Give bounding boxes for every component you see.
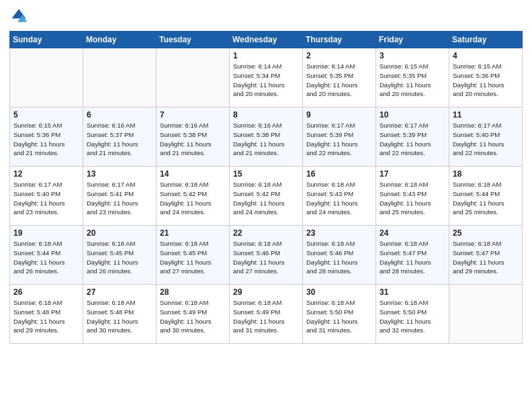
day-info: Sunrise: 6:14 AMSunset: 5:34 PMDaylight:…	[233, 62, 300, 99]
day-info: Sunrise: 6:14 AMSunset: 5:35 PMDaylight:…	[306, 62, 373, 99]
table-row: 18Sunrise: 6:18 AMSunset: 5:44 PMDayligh…	[449, 167, 523, 226]
day-number: 11	[453, 110, 519, 120]
day-number: 17	[380, 169, 446, 179]
day-number: 29	[233, 287, 300, 297]
day-number: 22	[233, 228, 300, 238]
day-info: Sunrise: 6:17 AMSunset: 5:40 PMDaylight:…	[453, 121, 519, 158]
table-row: 24Sunrise: 6:18 AMSunset: 5:47 PMDayligh…	[376, 226, 449, 285]
table-row: 4Sunrise: 6:15 AMSunset: 5:36 PMDaylight…	[449, 48, 523, 107]
day-info: Sunrise: 6:18 AMSunset: 5:46 PMDaylight:…	[306, 239, 373, 276]
day-info: Sunrise: 6:18 AMSunset: 5:48 PMDaylight:…	[13, 298, 80, 335]
table-row: 6Sunrise: 6:16 AMSunset: 5:37 PMDaylight…	[83, 107, 157, 167]
day-info: Sunrise: 6:17 AMSunset: 5:40 PMDaylight:…	[13, 180, 80, 217]
table-row: 9Sunrise: 6:17 AMSunset: 5:39 PMDaylight…	[303, 107, 376, 167]
day-number: 27	[87, 287, 153, 297]
day-info: Sunrise: 6:18 AMSunset: 5:42 PMDaylight:…	[233, 180, 300, 217]
day-number: 12	[13, 169, 80, 179]
header	[9, 7, 523, 26]
table-row: 14Sunrise: 6:18 AMSunset: 5:42 PMDayligh…	[157, 167, 230, 226]
table-row: 31Sunrise: 6:18 AMSunset: 5:50 PMDayligh…	[376, 285, 449, 344]
table-row: 16Sunrise: 6:18 AMSunset: 5:43 PMDayligh…	[303, 167, 376, 226]
day-number: 3	[380, 51, 446, 60]
day-info: Sunrise: 6:18 AMSunset: 5:50 PMDaylight:…	[380, 298, 446, 335]
calendar-body: 1Sunrise: 6:14 AMSunset: 5:34 PMDaylight…	[10, 48, 523, 344]
table-row: 1Sunrise: 6:14 AMSunset: 5:34 PMDaylight…	[230, 48, 303, 107]
table-row: 30Sunrise: 6:18 AMSunset: 5:50 PMDayligh…	[303, 285, 376, 344]
calendar-week-row: 1Sunrise: 6:14 AMSunset: 5:34 PMDaylight…	[10, 48, 523, 107]
day-info: Sunrise: 6:18 AMSunset: 5:43 PMDaylight:…	[380, 180, 446, 217]
table-row	[10, 48, 83, 107]
table-row: 21Sunrise: 6:18 AMSunset: 5:45 PMDayligh…	[157, 226, 230, 285]
day-info: Sunrise: 6:18 AMSunset: 5:48 PMDaylight:…	[87, 298, 153, 335]
table-row: 27Sunrise: 6:18 AMSunset: 5:48 PMDayligh…	[83, 285, 157, 344]
day-info: Sunrise: 6:16 AMSunset: 5:38 PMDaylight:…	[233, 121, 300, 158]
table-row: 12Sunrise: 6:17 AMSunset: 5:40 PMDayligh…	[10, 167, 83, 226]
day-number: 26	[13, 287, 80, 297]
table-row: 29Sunrise: 6:18 AMSunset: 5:49 PMDayligh…	[230, 285, 303, 344]
table-row	[449, 285, 523, 344]
day-info: Sunrise: 6:18 AMSunset: 5:43 PMDaylight:…	[306, 180, 373, 217]
table-row	[83, 48, 157, 107]
day-info: Sunrise: 6:18 AMSunset: 5:44 PMDaylight:…	[453, 180, 519, 217]
weekday-header: Monday	[83, 32, 157, 48]
day-info: Sunrise: 6:18 AMSunset: 5:45 PMDaylight:…	[87, 239, 153, 276]
table-row: 8Sunrise: 6:16 AMSunset: 5:38 PMDaylight…	[230, 107, 303, 167]
weekday-row: SundayMondayTuesdayWednesdayThursdayFrid…	[10, 32, 523, 48]
weekday-header: Wednesday	[230, 32, 303, 48]
day-number: 5	[13, 110, 80, 120]
day-info: Sunrise: 6:18 AMSunset: 5:44 PMDaylight:…	[13, 239, 80, 276]
logo-icon	[9, 7, 28, 26]
day-number: 19	[13, 228, 80, 238]
day-number: 31	[380, 287, 446, 297]
table-row: 5Sunrise: 6:15 AMSunset: 5:36 PMDaylight…	[10, 107, 83, 167]
page: SundayMondayTuesdayWednesdayThursdayFrid…	[0, 0, 532, 411]
day-number: 10	[380, 110, 446, 120]
day-info: Sunrise: 6:18 AMSunset: 5:47 PMDaylight:…	[380, 239, 446, 276]
day-number: 2	[306, 51, 373, 60]
day-number: 20	[87, 228, 153, 238]
table-row: 13Sunrise: 6:17 AMSunset: 5:41 PMDayligh…	[83, 167, 157, 226]
table-row: 15Sunrise: 6:18 AMSunset: 5:42 PMDayligh…	[230, 167, 303, 226]
day-info: Sunrise: 6:18 AMSunset: 5:49 PMDaylight:…	[233, 298, 300, 335]
calendar-week-row: 26Sunrise: 6:18 AMSunset: 5:48 PMDayligh…	[10, 285, 523, 344]
day-number: 16	[306, 169, 373, 179]
day-number: 7	[160, 110, 226, 120]
day-number: 25	[453, 228, 519, 238]
weekday-header: Tuesday	[157, 32, 230, 48]
table-row	[157, 48, 230, 107]
day-info: Sunrise: 6:18 AMSunset: 5:42 PMDaylight:…	[160, 180, 226, 217]
table-row: 11Sunrise: 6:17 AMSunset: 5:40 PMDayligh…	[449, 107, 523, 167]
calendar-header: SundayMondayTuesdayWednesdayThursdayFrid…	[10, 32, 523, 48]
day-info: Sunrise: 6:17 AMSunset: 5:39 PMDaylight:…	[380, 121, 446, 158]
day-number: 24	[380, 228, 446, 238]
day-number: 23	[306, 228, 373, 238]
table-row: 23Sunrise: 6:18 AMSunset: 5:46 PMDayligh…	[303, 226, 376, 285]
day-number: 13	[87, 169, 153, 179]
day-number: 14	[160, 169, 226, 179]
day-info: Sunrise: 6:15 AMSunset: 5:36 PMDaylight:…	[453, 62, 519, 99]
day-info: Sunrise: 6:15 AMSunset: 5:35 PMDaylight:…	[380, 62, 446, 99]
day-number: 21	[160, 228, 226, 238]
day-number: 8	[233, 110, 300, 120]
calendar: SundayMondayTuesdayWednesdayThursdayFrid…	[9, 31, 523, 344]
table-row: 17Sunrise: 6:18 AMSunset: 5:43 PMDayligh…	[376, 167, 449, 226]
day-number: 18	[453, 169, 519, 179]
table-row: 26Sunrise: 6:18 AMSunset: 5:48 PMDayligh…	[10, 285, 83, 344]
weekday-header: Thursday	[303, 32, 376, 48]
day-info: Sunrise: 6:18 AMSunset: 5:49 PMDaylight:…	[160, 298, 226, 335]
calendar-week-row: 5Sunrise: 6:15 AMSunset: 5:36 PMDaylight…	[10, 107, 523, 167]
day-number: 4	[453, 51, 519, 60]
weekday-header: Sunday	[10, 32, 83, 48]
weekday-header: Friday	[376, 32, 449, 48]
day-number: 9	[306, 110, 373, 120]
logo	[9, 7, 30, 26]
day-info: Sunrise: 6:16 AMSunset: 5:37 PMDaylight:…	[87, 121, 153, 158]
day-info: Sunrise: 6:16 AMSunset: 5:38 PMDaylight:…	[160, 121, 226, 158]
table-row: 10Sunrise: 6:17 AMSunset: 5:39 PMDayligh…	[376, 107, 449, 167]
table-row: 2Sunrise: 6:14 AMSunset: 5:35 PMDaylight…	[303, 48, 376, 107]
table-row: 20Sunrise: 6:18 AMSunset: 5:45 PMDayligh…	[83, 226, 157, 285]
table-row: 7Sunrise: 6:16 AMSunset: 5:38 PMDaylight…	[157, 107, 230, 167]
day-info: Sunrise: 6:18 AMSunset: 5:46 PMDaylight:…	[233, 239, 300, 276]
calendar-week-row: 12Sunrise: 6:17 AMSunset: 5:40 PMDayligh…	[10, 167, 523, 226]
day-info: Sunrise: 6:18 AMSunset: 5:47 PMDaylight:…	[453, 239, 519, 276]
